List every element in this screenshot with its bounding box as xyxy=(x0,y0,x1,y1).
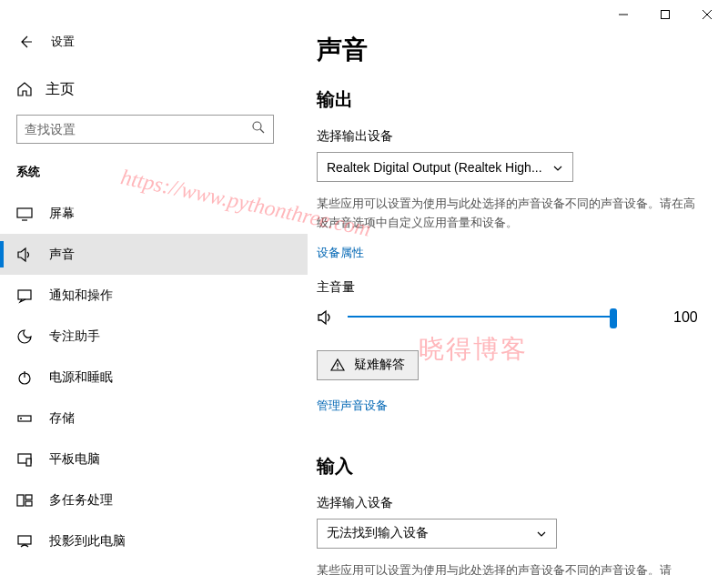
sidebar-item-label: 存储 xyxy=(49,410,75,427)
output-heading: 输出 xyxy=(317,87,703,112)
output-device-dropdown[interactable]: Realtek Digital Output (Realtek High... xyxy=(317,152,573,182)
svg-rect-1 xyxy=(662,11,670,19)
focus-icon xyxy=(16,328,33,345)
input-device-dropdown[interactable]: 无法找到输入设备 xyxy=(317,519,557,549)
slider-track xyxy=(348,316,617,318)
svg-rect-6 xyxy=(17,208,32,217)
svg-rect-16 xyxy=(25,495,32,499)
storage-icon xyxy=(16,410,33,427)
sidebar-item-label: 声音 xyxy=(49,247,75,263)
sidebar-item-focus[interactable]: 专注助手 xyxy=(0,316,308,357)
svg-rect-15 xyxy=(17,495,24,506)
maximize-button[interactable] xyxy=(644,0,686,29)
multitask-icon xyxy=(16,492,33,509)
manage-devices-link[interactable]: 管理声音设备 xyxy=(317,398,388,414)
sidebar-item-label: 平板电脑 xyxy=(49,451,100,468)
tablet-icon xyxy=(16,451,33,468)
sidebar-item-label: 多任务处理 xyxy=(49,492,113,509)
sidebar-item-notifications[interactable]: 通知和操作 xyxy=(0,275,308,316)
section-label: 系统 xyxy=(0,155,308,193)
input-select-label: 选择输入设备 xyxy=(317,495,703,511)
svg-point-4 xyxy=(253,122,261,130)
notifications-icon xyxy=(16,288,33,304)
sidebar-item-label: 电源和睡眠 xyxy=(49,369,113,386)
svg-rect-8 xyxy=(18,290,31,299)
search-input[interactable] xyxy=(25,122,244,136)
input-desc: 某些应用可以设置为使用与此处选择的声音设备不同的声音设备。请 xyxy=(317,561,699,575)
page-title: 声音 xyxy=(317,33,703,67)
app-title: 设置 xyxy=(51,34,75,50)
svg-rect-17 xyxy=(25,501,32,506)
troubleshoot-label: 疑难解答 xyxy=(354,357,405,373)
sidebar-item-sound[interactable]: 声音 xyxy=(0,234,308,275)
chevron-down-icon xyxy=(536,528,547,539)
search-input-wrap[interactable] xyxy=(16,115,274,144)
sidebar-item-multitask[interactable]: 多任务处理 xyxy=(0,479,308,520)
slider-thumb[interactable] xyxy=(610,308,617,328)
svg-rect-14 xyxy=(26,459,31,466)
device-properties-link[interactable]: 设备属性 xyxy=(317,245,364,261)
sidebar-item-tablet[interactable]: 平板电脑 xyxy=(0,439,308,479)
search-icon xyxy=(251,120,266,138)
home-link[interactable]: 主页 xyxy=(0,64,308,115)
output-desc: 某些应用可以设置为使用与此处选择的声音设备不同的声音设备。请在高级声音选项中自定… xyxy=(317,195,699,233)
sidebar-item-label: 通知和操作 xyxy=(49,288,113,304)
sidebar-item-projecting[interactable]: 投影到此电脑 xyxy=(0,520,308,561)
sound-icon xyxy=(16,247,33,263)
svg-point-12 xyxy=(20,418,22,419)
display-icon xyxy=(16,206,33,222)
volume-label: 主音量 xyxy=(317,279,703,296)
input-heading: 输入 xyxy=(317,454,703,479)
svg-point-20 xyxy=(337,368,339,369)
input-device-value: 无法找到输入设备 xyxy=(327,525,429,541)
minimize-button[interactable] xyxy=(602,0,644,29)
chevron-down-icon xyxy=(552,162,563,173)
output-device-value: Realtek Digital Output (Realtek High... xyxy=(327,160,542,175)
sidebar-item-storage[interactable]: 存储 xyxy=(0,398,308,439)
home-label: 主页 xyxy=(46,80,75,99)
power-icon xyxy=(16,369,33,386)
warning-icon xyxy=(330,358,345,372)
sidebar-item-label: 屏幕 xyxy=(49,206,75,222)
svg-line-5 xyxy=(260,129,264,133)
sidebar-item-power[interactable]: 电源和睡眠 xyxy=(0,357,308,398)
troubleshoot-button[interactable]: 疑难解答 xyxy=(317,350,419,380)
output-select-label: 选择输出设备 xyxy=(317,128,703,145)
back-button[interactable] xyxy=(16,33,35,51)
sidebar-item-label: 投影到此电脑 xyxy=(49,533,126,550)
sidebar-item-display[interactable]: 屏幕 xyxy=(0,193,308,234)
svg-rect-18 xyxy=(18,536,31,544)
close-button[interactable] xyxy=(686,0,728,29)
volume-icon xyxy=(317,308,335,327)
home-icon xyxy=(16,81,33,97)
volume-slider[interactable] xyxy=(348,307,617,328)
projecting-icon xyxy=(16,533,33,550)
volume-value: 100 xyxy=(673,309,698,326)
sidebar-item-label: 专注助手 xyxy=(49,328,100,345)
